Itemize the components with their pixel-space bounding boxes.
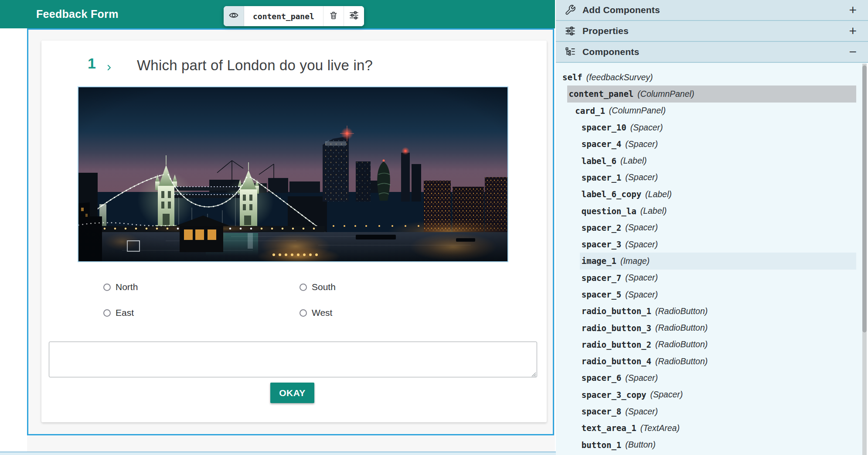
component-tree-row[interactable]: content_panel ColumnPanel	[567, 86, 856, 102]
component-name: card_1	[575, 106, 605, 116]
component-tree-row[interactable]: label_6_copy Label	[580, 186, 856, 202]
component-tree-row[interactable]: spacer_7 Spacer	[580, 270, 856, 286]
wrench-icon	[565, 4, 576, 16]
component-type: Label	[640, 206, 667, 216]
component-type: Spacer	[625, 273, 658, 283]
expand-plus-icon[interactable]: +	[849, 24, 857, 38]
tree-icon	[565, 46, 576, 58]
component-tree-row[interactable]: radio_button_1 RadioButton	[580, 303, 856, 319]
component-tree-row[interactable]: spacer_8 Spacer	[580, 403, 856, 420]
component-type: Spacer	[625, 239, 658, 250]
section-label: Add Components	[582, 5, 660, 15]
radio-option-3[interactable]: East	[103, 308, 134, 318]
component-type: Spacer	[625, 373, 658, 383]
component-name: spacer_1	[582, 173, 622, 182]
chevron-right-icon	[105, 64, 113, 72]
survey-card[interactable]: 1 Which part of London do you live in?	[41, 41, 547, 422]
component-type: Label	[620, 156, 647, 166]
component-tree-row[interactable]: spacer_6 Spacer	[580, 369, 856, 386]
component-tree-row[interactable]: text_area_1 TextArea	[580, 420, 856, 436]
component-type: Image	[620, 256, 650, 266]
component-type: RadioButton	[655, 306, 708, 316]
component-name: label_6_copy	[582, 189, 641, 199]
component-name: spacer_7	[582, 273, 622, 283]
radio-label: South	[312, 282, 336, 292]
component-name: content_panel	[569, 89, 634, 99]
left-gutter	[0, 28, 27, 452]
trash-icon	[329, 10, 338, 22]
radio-label: North	[116, 282, 138, 292]
component-tree-row[interactable]: spacer_3 Spacer	[580, 236, 856, 253]
component-tree-row[interactable]: radio_button_3 RadioButton	[580, 319, 856, 336]
bottom-panel-strip	[0, 452, 556, 455]
component-type: RadioButton	[655, 323, 708, 333]
radio-option-4[interactable]: West	[300, 308, 332, 318]
section-add-components[interactable]: Add Components +	[556, 0, 868, 21]
component-tree-row[interactable]: button_1 Button	[580, 437, 856, 453]
sliders-icon	[349, 10, 359, 22]
question-number-label[interactable]: 1	[88, 55, 96, 72]
radio-circle-icon[interactable]	[103, 309, 111, 317]
component-tree-row[interactable]: spacer_5 Spacer	[580, 286, 856, 303]
radio-circle-icon[interactable]	[300, 284, 307, 291]
component-name: spacer_10	[582, 123, 626, 132]
section-label: Components	[582, 47, 639, 57]
collapse-minus-icon[interactable]: −	[849, 45, 857, 58]
okay-button[interactable]: OKAY	[270, 383, 314, 403]
scrollbar-thumb[interactable]	[862, 65, 867, 332]
app-title: Feedback Form	[36, 8, 119, 21]
component-tree-row[interactable]: self feedbackSurvey	[561, 69, 856, 86]
question-label[interactable]: Which part of London do you live in?	[137, 57, 373, 74]
component-type: Spacer	[625, 407, 658, 417]
component-type: Spacer	[630, 123, 663, 133]
component-name: spacer_4	[582, 139, 622, 149]
component-type: Spacer	[625, 139, 658, 149]
component-name: radio_button_3	[582, 323, 651, 333]
component-name: spacer_2	[582, 223, 622, 233]
component-name: button_1	[582, 440, 622, 450]
component-tree-row[interactable]: radio_button_4 RadioButton	[580, 353, 856, 369]
section-properties[interactable]: Properties +	[556, 21, 868, 42]
component-type: ColumnPanel	[637, 89, 694, 99]
right-sidebar: Add Components + Properties + Components…	[556, 0, 868, 455]
visibility-button[interactable]	[224, 6, 244, 26]
component-type: Spacer	[625, 290, 658, 300]
radio-option-1[interactable]: North	[103, 282, 138, 292]
radio-circle-icon[interactable]	[103, 284, 111, 291]
radio-label: West	[312, 308, 332, 318]
component-properties-button[interactable]	[344, 6, 364, 26]
component-tree-row[interactable]: spacer_10 Spacer	[580, 119, 856, 136]
component-tree-row[interactable]: label_6 Label	[580, 152, 856, 169]
radio-label: East	[116, 308, 134, 318]
radio-option-2[interactable]: South	[300, 282, 336, 292]
component-tree-row[interactable]: spacer_1 Spacer	[580, 169, 856, 186]
component-tree-row[interactable]: spacer_4 Spacer	[580, 136, 856, 152]
component-name: image_1	[582, 256, 616, 266]
component-tree-row[interactable]: image_1 Image	[580, 253, 856, 269]
component-tree-row[interactable]: spacer_2 Spacer	[580, 219, 856, 236]
component-type: TextArea	[640, 423, 680, 433]
selected-component-name[interactable]: content_panel	[244, 6, 323, 26]
component-type: Spacer	[625, 172, 658, 182]
component-toolbar: content_panel	[224, 6, 364, 26]
section-label: Properties	[582, 26, 629, 36]
component-type: Spacer	[650, 390, 683, 400]
component-name: spacer_3_copy	[582, 390, 647, 400]
component-name: text_area_1	[582, 423, 637, 433]
component-tree: self feedbackSurvey content_panel Column…	[556, 63, 868, 455]
component-tree-row[interactable]: spacer_3_copy Spacer	[580, 387, 856, 403]
resize-grip-icon[interactable]	[531, 371, 536, 376]
component-name: spacer_3	[582, 239, 622, 249]
component-tree-row[interactable]: question_la Label	[580, 202, 856, 219]
radio-circle-icon[interactable]	[300, 309, 307, 317]
delete-component-button[interactable]	[323, 6, 344, 26]
expand-plus-icon[interactable]: +	[849, 3, 857, 17]
component-type: feedbackSurvey	[586, 72, 653, 82]
component-name: spacer_8	[582, 407, 622, 416]
component-tree-row[interactable]: card_1 ColumnPanel	[573, 103, 856, 119]
london-image[interactable]	[78, 86, 508, 262]
component-name: question_la	[582, 206, 637, 216]
free-text-area[interactable]	[49, 342, 537, 377]
component-tree-row[interactable]: radio_button_2 RadioButton	[580, 336, 856, 353]
section-components[interactable]: Components −	[556, 42, 868, 63]
